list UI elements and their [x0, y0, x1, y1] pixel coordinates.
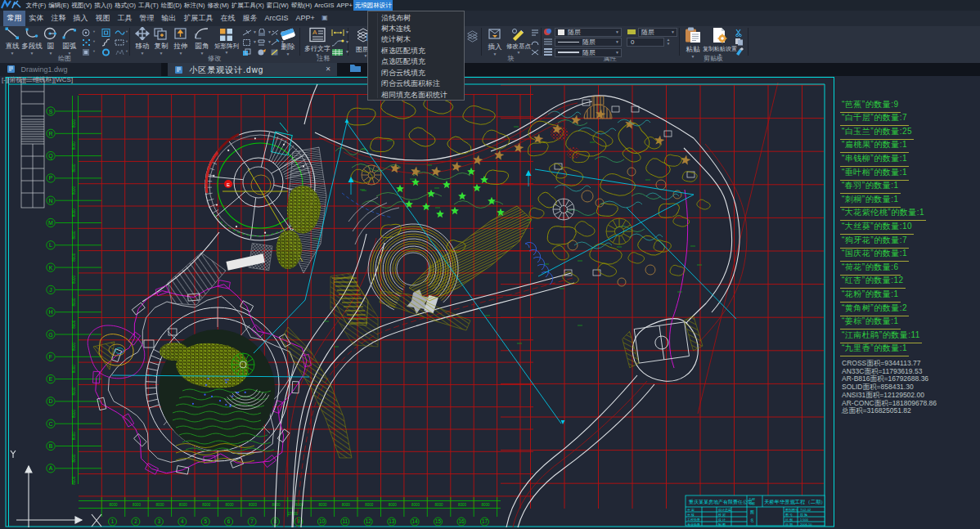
svg-text:8000: 8000 [72, 208, 76, 217]
svg-text:4: 4 [181, 518, 184, 524]
svg-text:园 施: 园 施 [800, 513, 807, 517]
svg-text:8000: 8000 [155, 503, 164, 507]
svg-text:J: J [49, 287, 52, 293]
svg-text:8000: 8000 [72, 454, 76, 463]
svg-text:8000: 8000 [72, 276, 76, 285]
svg-text:Q: Q [48, 153, 53, 159]
svg-text:M: M [48, 220, 53, 226]
svg-text:D: D [48, 398, 52, 404]
svg-text:A: A [49, 465, 53, 471]
svg-text:工程负责: 工程负责 [687, 518, 700, 522]
svg-text:R: R [48, 131, 52, 137]
svg-text:8000: 8000 [109, 503, 118, 507]
svg-text:K: K [49, 265, 53, 271]
svg-text:1:500: 1:500 [800, 518, 809, 522]
svg-text:8000: 8000 [72, 365, 76, 374]
svg-text:G: G [48, 332, 52, 338]
svg-text:2006.10: 2006.10 [800, 522, 812, 527]
svg-text:14: 14 [412, 518, 419, 524]
svg-text:日 期: 日 期 [785, 522, 793, 527]
svg-text:8000: 8000 [72, 119, 76, 128]
svg-text:8000: 8000 [72, 141, 76, 150]
svg-text:3: 3 [158, 518, 161, 524]
svg-text:8000: 8000 [133, 503, 142, 507]
svg-text:P: P [49, 175, 53, 181]
svg-text:天桥年华景观工程（二期）: 天桥年华景观工程（二期） [764, 499, 826, 505]
svg-text:8000: 8000 [318, 503, 327, 507]
svg-text:L: L [49, 242, 52, 248]
svg-text:2: 2 [134, 518, 137, 524]
svg-text:图: 图 [750, 509, 754, 515]
svg-text:10: 10 [319, 518, 326, 524]
svg-text:8000: 8000 [411, 503, 420, 507]
svg-text:N: N [48, 198, 52, 204]
svg-text:图 号: 图 号 [785, 513, 793, 517]
svg-text:8000: 8000 [72, 231, 76, 240]
svg-text:重庆某某房地产有限责任公司: 重庆某某房地产有限责任公司 [688, 499, 753, 505]
svg-text:[-][俯视][二维线框][WCS]: [-][俯视][二维线框][WCS] [2, 76, 73, 83]
svg-text:8000: 8000 [342, 503, 351, 507]
svg-text:名称: 名称 [748, 501, 755, 505]
svg-text:A: A [312, 29, 317, 36]
svg-text:工程: 工程 [748, 497, 755, 501]
svg-text:TU2-02: TU2-02 [800, 508, 811, 512]
svg-text:12: 12 [366, 518, 372, 524]
svg-text:8000: 8000 [72, 164, 76, 173]
svg-text:H: H [48, 309, 52, 315]
svg-text:11: 11 [343, 518, 348, 524]
svg-text:设计总监: 设计总监 [718, 508, 731, 512]
svg-text:8000: 8000 [72, 387, 76, 396]
svg-text:8000: 8000 [72, 186, 76, 195]
svg-text:8000: 8000 [458, 503, 467, 507]
svg-text:1: 1 [111, 518, 115, 524]
svg-text:E: E [227, 182, 230, 187]
svg-text:8000: 8000 [72, 476, 76, 485]
svg-text:校 对: 校 对 [717, 513, 726, 517]
svg-text:E: E [49, 376, 53, 382]
svg-text:审 核: 审 核 [687, 513, 695, 517]
svg-text:8000: 8000 [226, 503, 235, 507]
svg-text:8000: 8000 [272, 503, 281, 507]
svg-text:8000: 8000 [72, 320, 76, 329]
svg-text:设 计: 设 计 [718, 518, 726, 522]
svg-text:C: C [48, 421, 52, 427]
svg-text:8000: 8000 [72, 409, 76, 418]
svg-text:8000: 8000 [179, 503, 188, 507]
svg-text:8000: 8000 [72, 432, 76, 441]
svg-text:8000: 8000 [389, 503, 398, 507]
svg-text:15: 15 [435, 518, 442, 524]
svg-text:8000: 8000 [249, 503, 258, 507]
svg-text:8000: 8000 [434, 503, 443, 507]
svg-text:17: 17 [482, 518, 488, 524]
svg-text:8000: 8000 [72, 298, 76, 307]
svg-text:名: 名 [750, 518, 754, 522]
svg-text:专业负责: 专业负责 [687, 522, 700, 527]
svg-text:5: 5 [204, 518, 207, 524]
svg-text:13: 13 [389, 518, 395, 524]
svg-text:8000: 8000 [481, 503, 490, 507]
svg-text:8000: 8000 [365, 503, 374, 507]
svg-text:16: 16 [458, 518, 465, 524]
svg-text:审 定: 审 定 [687, 508, 695, 512]
svg-text:B: B [49, 443, 53, 449]
svg-text:8000: 8000 [72, 253, 76, 262]
svg-text:8000: 8000 [202, 503, 211, 507]
svg-text:7: 7 [250, 518, 254, 524]
svg-text:S: S [49, 109, 53, 114]
svg-text:F: F [49, 354, 52, 360]
svg-text:6: 6 [227, 518, 231, 524]
svg-text:8000: 8000 [72, 342, 76, 351]
